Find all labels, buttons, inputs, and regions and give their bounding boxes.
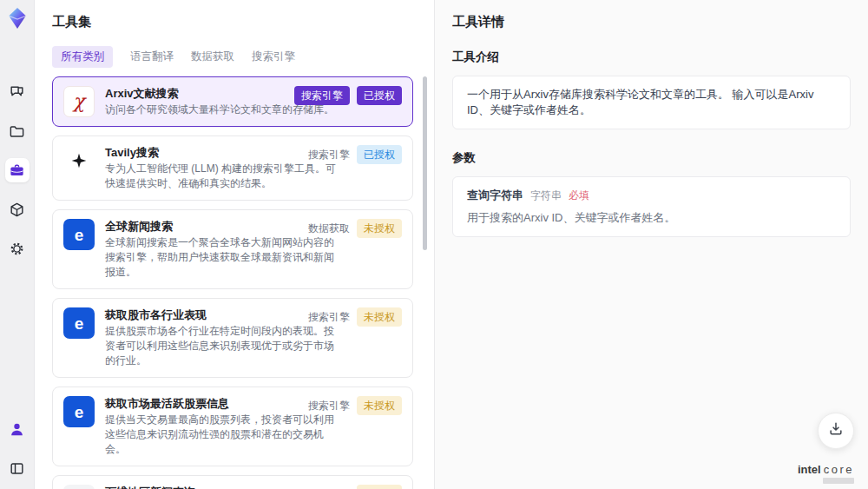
collapse-panel-button[interactable]: [5, 456, 30, 480]
tab-language-translation[interactable]: 语言翻译: [130, 46, 174, 68]
tool-name: 获取股市各行业表现: [105, 307, 341, 323]
tavily-star-icon: [63, 145, 95, 176]
tool-category-badge: 搜索引擎: [308, 145, 350, 164]
package-cube-icon: [9, 202, 25, 218]
param-name: 查询字符串: [467, 188, 523, 203]
category-tabs: 所有类别 语言翻译 数据获取 搜索引擎: [52, 46, 434, 68]
arxiv-logo-icon: χ: [63, 86, 95, 117]
tool-description: 提供当天交易量最高的股票列表，投资者可以利用这些信息来识别流动性强的股票和潜在的…: [105, 413, 341, 457]
tool-description: 全球新闻搜索是一个聚合全球各大新闻网站内容的搜索引擎，帮助用户快速获取全球最新资…: [105, 235, 341, 280]
tab-search-engine[interactable]: 搜索引擎: [252, 46, 295, 68]
tool-card-tavily[interactable]: Tavily搜索 专为人工智能代理 (LLM) 构建的搜索引擎工具。可快速提供实…: [52, 135, 413, 201]
collapse-panel-icon: [9, 460, 25, 477]
gear-icon: [9, 241, 25, 257]
param-item: 查询字符串 字符串 必填 用于搜索的Arxiv ID、关键字或作者姓名。: [452, 176, 851, 237]
tool-category-badge: 搜索引擎: [308, 396, 350, 415]
news-app-logo-icon: e: [63, 219, 95, 250]
list-scrollbar-thumb[interactable]: [423, 76, 427, 250]
sidebar-item-account[interactable]: [5, 417, 30, 441]
tools-card-list: χ Arxiv文献搜索 访问各个研究领域大量科学论文和文章的存储库。 搜索引擎 …: [52, 76, 413, 489]
intel-logo-text: intel: [798, 464, 821, 475]
tool-name: 全球新闻搜索: [105, 219, 341, 235]
avatar-icon: [9, 421, 25, 438]
tab-data-fetching[interactable]: 数据获取: [191, 46, 234, 68]
app-logo-gem-icon: [6, 7, 29, 30]
building-icon: [63, 485, 95, 489]
sidebar-item-toolbox[interactable]: [5, 158, 30, 182]
tools-list-panel: 工具集 所有类别 语言翻译 数据获取 搜索引擎 χ Arxiv文献搜索 访问各个…: [35, 0, 434, 489]
news-app-logo-icon: e: [63, 307, 95, 339]
tool-card-arxiv[interactable]: χ Arxiv文献搜索 访问各个研究领域大量科学论文和文章的存储库。 搜索引擎 …: [52, 76, 413, 127]
details-panel-title: 工具详情: [452, 14, 851, 30]
briefcase-icon: [9, 162, 25, 179]
tool-status-badge: 已授权: [357, 86, 402, 105]
tools-panel-title: 工具集: [52, 14, 434, 30]
param-description: 用于搜索的Arxiv ID、关键字或作者姓名。: [467, 210, 836, 226]
param-type: 字符串: [530, 188, 562, 203]
tool-category-badge: 搜索引擎: [308, 485, 350, 489]
tool-name: 获取市场最活跃股票信息: [105, 396, 341, 412]
core-logo-text: core: [824, 464, 854, 475]
tool-status-badge: 已授权: [357, 145, 402, 164]
sidebar-item-settings[interactable]: [5, 236, 30, 261]
download-button[interactable]: [818, 413, 854, 449]
tool-card-regional-news[interactable]: 万维地区新闻查询 查询具体行政区划内的新闻，快速了解各地新闻动态 搜索引擎 未授…: [52, 475, 413, 489]
tool-details-panel: 工具详情 工具介绍 一个用于从Arxiv存储库搜索科学论文和文章的工具。 输入可…: [435, 0, 868, 489]
tool-category-badge: 搜索引擎: [294, 86, 350, 105]
chat-icon: [9, 84, 25, 101]
tool-category-badge: 数据获取: [308, 219, 350, 238]
tool-name: 万维地区新闻查询: [105, 485, 341, 489]
sidebar-item-files[interactable]: [5, 119, 30, 143]
tool-card-global-news[interactable]: e 全球新闻搜索 全球新闻搜索是一个聚合全球各大新闻网站内容的搜索引擎，帮助用户…: [52, 209, 413, 289]
tool-status-badge: 未授权: [357, 307, 402, 327]
left-rail: [0, 0, 35, 489]
tool-status-badge: 未授权: [357, 396, 402, 415]
param-required-flag: 必填: [569, 188, 589, 203]
tool-category-badge: 搜索引擎: [308, 307, 350, 327]
download-icon: [827, 420, 845, 441]
app-window: 工具集 所有类别 语言翻译 数据获取 搜索引擎 χ Arxiv文献搜索 访问各个…: [0, 0, 868, 489]
tool-intro-text: 一个用于从Arxiv存储库搜索科学论文和文章的工具。 输入可以是Arxiv ID…: [452, 76, 851, 129]
tool-name: Tavily搜索: [105, 145, 341, 161]
news-app-logo-icon: e: [63, 396, 95, 427]
tool-card-sector-performance[interactable]: e 获取股市各行业表现 提供股票市场各个行业在特定时间段内的表现。投资者可以利用…: [52, 298, 413, 378]
tool-status-badge: 未授权: [357, 219, 402, 238]
tool-card-most-active-stocks[interactable]: e 获取市场最活跃股票信息 提供当天交易量最高的股票列表，投资者可以利用这些信息…: [52, 387, 413, 466]
intro-section-heading: 工具介绍: [452, 50, 851, 65]
sidebar-item-chat[interactable]: [5, 80, 30, 104]
tool-status-badge: 未授权: [357, 485, 402, 489]
tab-all-categories[interactable]: 所有类别: [52, 46, 113, 68]
intel-core-badge: intel core: [798, 464, 854, 484]
intel-ultra-mark: [823, 478, 854, 484]
tool-description: 专为人工智能代理 (LLM) 构建的搜索引擎工具。可快速提供实时、准确和真实的结…: [105, 162, 341, 191]
tool-description: 提供股票市场各个行业在特定时间段内的表现。投资者可以利用这些信息来识别表现优于或…: [105, 324, 341, 368]
params-section-heading: 参数: [452, 150, 851, 166]
folder-icon: [9, 123, 25, 140]
sidebar-item-plugins[interactable]: [5, 197, 30, 221]
